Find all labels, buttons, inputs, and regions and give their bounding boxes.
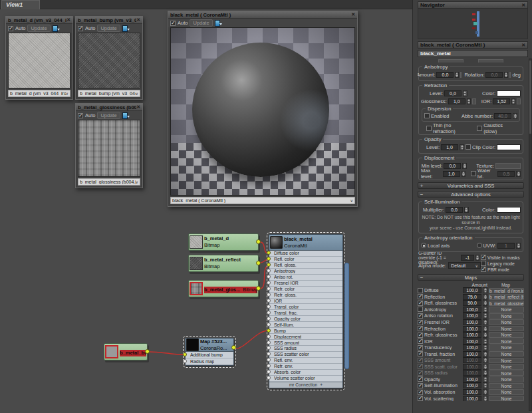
map-amount-field[interactable]: 100,0: [463, 389, 481, 395]
auto-checkbox[interactable]: [170, 21, 176, 26]
map-slot-button[interactable]: b_metal_reflect (b_Dr.jpg): [489, 294, 524, 300]
map-enable-checkbox[interactable]: [418, 333, 423, 338]
map-shortcut-button[interactable]: [460, 72, 462, 78]
spinner-arrows[interactable]: [511, 98, 515, 104]
uvw-channel-field[interactable]: 1: [497, 243, 515, 249]
anisotropy-amount-field[interactable]: 0,0: [436, 72, 454, 78]
spinner-arrows[interactable]: [463, 90, 467, 96]
spinner-arrows[interactable]: [516, 243, 521, 249]
sample-options-icon[interactable]: [122, 25, 128, 32]
map-enable-checkbox[interactable]: [418, 288, 423, 293]
map-enable-checkbox[interactable]: [418, 320, 423, 325]
map-amount-field[interactable]: 100,0: [463, 332, 481, 338]
map-enable-checkbox[interactable]: [418, 301, 423, 306]
rounder-node[interactable]: Map #523...CoronaRo... Additional bumpRa…: [185, 338, 234, 366]
map-slot-button[interactable]: None: [489, 376, 524, 382]
map-slot-button[interactable]: None: [489, 389, 524, 395]
map-amount-field[interactable]: 100,0: [463, 382, 481, 388]
auto-checkbox[interactable]: [78, 113, 83, 118]
map-enable-checkbox[interactable]: [418, 307, 423, 312]
opacity-level-field[interactable]: 1,0: [441, 144, 458, 150]
spinner-arrows[interactable]: [516, 171, 521, 177]
map-amount-field[interactable]: 100,0: [463, 364, 481, 370]
water-level-checkbox[interactable]: [471, 171, 476, 176]
spinner-arrows[interactable]: [475, 255, 479, 261]
map-slot-button[interactable]: None: [489, 344, 524, 350]
map-enable-checkbox[interactable]: [418, 339, 423, 344]
map-enable-checkbox[interactable]: [418, 326, 423, 331]
min-level-field[interactable]: 0,0: [444, 163, 461, 169]
refraction-level-field[interactable]: 0,0: [444, 90, 462, 96]
input-socket[interactable]: [267, 364, 271, 368]
map-shortcut-button[interactable]: [472, 98, 476, 104]
input-socket[interactable]: [267, 335, 271, 339]
map-slot-button[interactable]: b_metal_glossiness (b004.jpg): [489, 301, 524, 307]
auto-checkbox[interactable]: [8, 26, 13, 31]
input-socket[interactable]: [267, 317, 271, 321]
map-slot-button[interactable]: None: [489, 358, 524, 364]
input-socket[interactable]: [267, 329, 271, 333]
map-enable-checkbox[interactable]: [418, 383, 423, 388]
update-button[interactable]: Update: [27, 25, 50, 32]
material-combobox[interactable]: b_metal_bump (vm_v3_044_iron3 ∨: [78, 90, 140, 97]
map-enable-checkbox[interactable]: [418, 390, 423, 395]
map-slot-button[interactable]: None: [489, 351, 524, 357]
input-socket[interactable]: [267, 323, 271, 327]
map-amount-field[interactable]: 100,0: [463, 396, 481, 401]
tab-view1[interactable]: View1: [1, 0, 40, 9]
multiplier-field[interactable]: 0,0: [446, 207, 463, 213]
alpha-mode-dropdown[interactable]: Default ∨: [448, 262, 481, 269]
output-socket[interactable]: [256, 286, 261, 291]
spinner-arrows[interactable]: [513, 113, 517, 119]
water-level-field[interactable]: 0,5: [497, 171, 515, 177]
map-enable-checkbox[interactable]: [418, 364, 423, 369]
spinner-arrows[interactable]: [462, 163, 467, 169]
output-socket[interactable]: [231, 345, 236, 350]
node-scroll-indicator[interactable]: [344, 263, 349, 369]
dispersion-enabled-checkbox[interactable]: [424, 113, 430, 118]
map-amount-field[interactable]: 100,0: [463, 357, 481, 363]
close-icon[interactable]: ✕: [136, 17, 140, 23]
input-socket[interactable]: [267, 263, 271, 267]
map-slot-button[interactable]: None: [489, 326, 524, 332]
map-amount-field[interactable]: 75,0: [463, 294, 481, 300]
update-button[interactable]: Update: [97, 25, 120, 32]
update-button[interactable]: Update: [190, 19, 212, 27]
input-socket[interactable]: [267, 293, 271, 297]
map-enable-checkbox[interactable]: [418, 396, 423, 401]
input-socket[interactable]: [267, 376, 271, 380]
input-socket[interactable]: [267, 352, 271, 356]
sample-options-icon[interactable]: [215, 20, 220, 27]
max-level-field[interactable]: 1,0: [443, 171, 460, 177]
map-enable-checkbox[interactable]: [418, 358, 423, 363]
map-slot-button[interactable]: b_metal_d (iron.jpg): [489, 288, 524, 294]
map-slot-button[interactable]: None: [489, 370, 524, 376]
output-socket[interactable]: [145, 349, 150, 354]
close-icon[interactable]: ✕: [351, 12, 355, 17]
preview-window-glossiness[interactable]: b_metal_glossiness (b004.j... ✕ Auto Upd…: [75, 103, 143, 188]
map-shortcut-button[interactable]: [509, 72, 511, 78]
gbuffer-field[interactable]: -1: [461, 255, 474, 261]
update-button[interactable]: Update: [97, 112, 120, 119]
material-node[interactable]: black_metalCoronaMtl Diffuse colorRefl. …: [269, 234, 343, 388]
window-titlebar[interactable]: b_metal_glossiness (b004.j... ✕: [76, 104, 142, 111]
sample-options-icon[interactable]: [122, 112, 128, 119]
output-socket[interactable]: [256, 261, 261, 265]
map-amount-field[interactable]: 50,0: [463, 300, 481, 306]
navigator-minimap[interactable]: [418, 9, 528, 39]
map-amount-field[interactable]: 100,0: [463, 370, 481, 376]
input-socket[interactable]: [183, 359, 187, 363]
input-socket[interactable]: [267, 251, 271, 255]
preview-window-bump[interactable]: b_metal_bump (vm_v3_044... ✕ Auto Update…: [75, 16, 143, 100]
bitmap-node-reflect[interactable]: b_metal_reflectBitmap: [188, 255, 259, 272]
map-enable-checkbox[interactable]: [418, 370, 423, 376]
material-node-header[interactable]: black_metalCoronaMtl: [269, 235, 342, 251]
input-socket[interactable]: [267, 346, 271, 350]
auto-checkbox[interactable]: [78, 26, 83, 31]
map-enable-checkbox[interactable]: [418, 294, 423, 299]
input-socket[interactable]: [267, 305, 271, 309]
map-amount-field[interactable]: 100,0: [463, 339, 481, 344]
map-slot-button[interactable]: None: [489, 319, 524, 325]
bitmap-node-d[interactable]: b_metal_dBitmap: [188, 233, 259, 251]
pbr-mode-checkbox[interactable]: [481, 267, 486, 272]
